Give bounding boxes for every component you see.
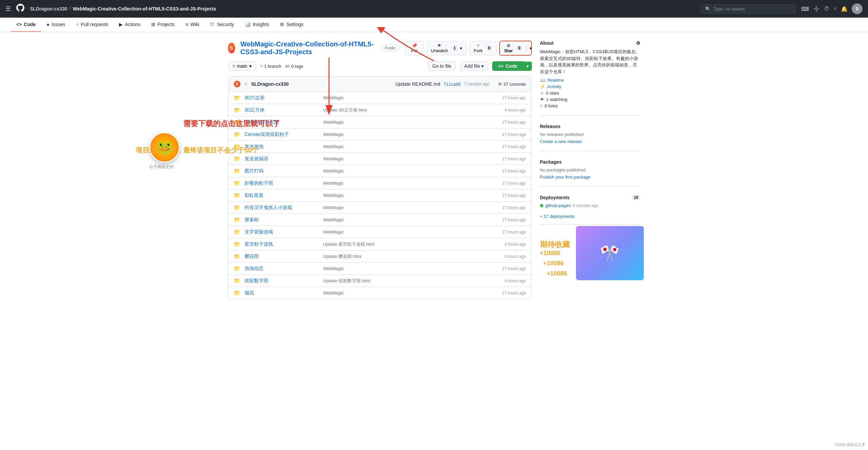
file-commit-message: WebMagic [323, 132, 498, 137]
goto-file-button[interactable]: Go to file [428, 61, 456, 71]
file-commit-message: WebMagic [323, 229, 498, 234]
file-commit-message: WebMagic [323, 95, 498, 100]
branches-link[interactable]: ⑂ 1 branch [260, 64, 282, 69]
fork-icon[interactable]: ⑂ [833, 6, 837, 12]
tab-issues[interactable]: ● Issues [41, 18, 71, 32]
table-row: 📁 3D翻转登录页面 WebMagic 17 hours ago [228, 116, 532, 128]
file-commit-message: WebMagic [323, 120, 498, 125]
file-commit-message: WebMagic [323, 181, 498, 186]
tab-pull-requests[interactable]: ⑂ Pull requests [71, 18, 114, 32]
no-releases-text: No releases published [540, 132, 640, 137]
repo-nav: <> Code ● Issues ⑂ Pull requests ▶ Actio… [0, 18, 868, 32]
breadcrumb-user[interactable]: SLDragon-cx330 [30, 6, 67, 12]
watching-stat: 👁 1 watching [540, 97, 640, 102]
tags-link[interactable]: 🏷 0 tags [285, 64, 303, 69]
file-rows: 📁 3D六边形 WebMagic 17 hours ago 📁 3D正方体 Up… [228, 92, 532, 299]
history-icon2: ⟳ [498, 82, 502, 87]
branch-bar: ⑂ main ▾ ⑂ 1 branch 🏷 0 tags Go to file … [228, 61, 532, 71]
plus-icon[interactable]: ➕ [813, 6, 820, 12]
source-text: 右手螺旋定则 [149, 164, 180, 170]
commit-header: S ✓ SLDragon-cx330 Update README.md 711c… [228, 77, 532, 92]
actions-icon: ▶ [119, 22, 123, 27]
file-name: 彩虹星星 [245, 192, 319, 199]
file-time: 17 hours ago [502, 96, 526, 100]
create-release-link[interactable]: Create a new release [540, 139, 640, 144]
github-logo[interactable] [16, 4, 24, 14]
file-commit-message: WebMagic [323, 217, 498, 222]
file-time: 4 hours ago [504, 279, 526, 283]
hamburger-icon[interactable]: ☰ [5, 5, 11, 13]
code-dropdown-button[interactable]: ▾ [523, 62, 532, 71]
file-time: 17 hours ago [502, 218, 526, 222]
more-deployments-link[interactable]: + 17 deployments [540, 214, 575, 219]
deployments-section: Deployments 18 github-pages 6 minutes ag… [540, 195, 640, 225]
readme-link[interactable]: 📖 Readme [540, 78, 640, 83]
deploy-name[interactable]: github-pages [545, 203, 571, 208]
tab-code[interactable]: <> Code [11, 18, 41, 32]
commits-count[interactable]: ⟳ 37 commits [498, 82, 526, 87]
add-file-button[interactable]: Add file ▾ [460, 61, 488, 71]
commit-message: Update README.md [395, 81, 440, 87]
tab-insights[interactable]: 📊 Insights [239, 18, 274, 32]
avatar[interactable]: S [852, 3, 863, 14]
breadcrumb-repo[interactable]: WebMagic-Creative-Collection-of-HTML5-CS… [73, 6, 216, 12]
tab-settings[interactable]: ⚙ Settings [274, 18, 309, 32]
file-name: 好看的粒子雨 [245, 180, 319, 186]
fork-button[interactable]: ⑂ Fork 0 [469, 41, 497, 55]
folder-icon: 📁 [234, 229, 240, 235]
history-icon[interactable]: ⏱ [824, 6, 829, 12]
folder-icon: 📁 [234, 131, 240, 138]
star-button[interactable]: ☆ Star 0 [500, 41, 526, 55]
commit-hash[interactable]: 711ca88 [444, 82, 461, 87]
file-name: 文字冒险游戏 [245, 229, 319, 235]
terminal-icon[interactable]: ⌨ [801, 6, 809, 12]
wiki-icon: ≡ [186, 22, 188, 27]
activity-link[interactable]: ⚡ Activity [540, 84, 640, 89]
file-name: 星空粒子连线 [245, 241, 319, 247]
file-time: 17 hours ago [502, 205, 526, 210]
about-section: About ⚙ WebMagic：创意HTML5、CSS3和JS项目的集合。探索… [540, 40, 640, 116]
folder-icon: 📁 [234, 253, 240, 260]
repo-full-name[interactable]: WebMagic-Creative-Collection-of-HTML5-CS… [240, 40, 375, 56]
tab-actions[interactable]: ▶ Actions [114, 18, 146, 32]
projects-icon: ⊞ [151, 22, 155, 27]
table-row: 📁 好看的粒子雨 WebMagic 17 hours ago [228, 177, 532, 189]
fork-small-icon: ⑂ [260, 64, 263, 69]
bell-icon[interactable]: 🔔 [841, 6, 848, 12]
file-time: 17 hours ago [502, 181, 526, 186]
file-time: 17 hours ago [502, 144, 526, 149]
breadcrumb: SLDragon-cx330 / WebMagic-Creative-Colle… [30, 6, 216, 12]
code-main-button[interactable]: <> Code [492, 61, 523, 71]
tab-wiki[interactable]: ≡ Wiki [180, 18, 205, 32]
table-row: 📁 星空粒子连线 Update 星空粒子连线.html 4 hours ago [228, 238, 532, 250]
navbar: ☰ SLDragon-cx330 / WebMagic-Creative-Col… [0, 0, 868, 18]
table-row: 📁 文字冒险游戏 WebMagic 17 hours ago [228, 226, 532, 238]
deployments-title: Deployments 18 [540, 195, 640, 200]
table-row: 📁 泡泡动态 WebMagic 17 hours ago [228, 263, 532, 275]
packages-title: Packages [540, 159, 640, 165]
search-icon: 🔍 [705, 6, 711, 12]
file-time: 17 hours ago [502, 120, 526, 125]
watch-button[interactable]: 👁 Unwatch 1 ▾ [427, 41, 467, 55]
about-gear-icon[interactable]: ⚙ [636, 40, 640, 46]
publish-package-link[interactable]: Publish your first package [540, 175, 640, 180]
file-commit-message: WebMagic [323, 156, 498, 161]
breadcrumb-sep: / [69, 6, 71, 12]
tab-security[interactable]: 🛡 Security [205, 18, 239, 32]
search-box[interactable]: 🔍 Type / to search [701, 4, 796, 14]
main-container: S WebMagic-Creative-Collection-of-HTML5-… [217, 40, 651, 299]
pin-button[interactable]: 📌 Pin [405, 41, 424, 55]
file-name: 发光泡泡 [245, 144, 319, 150]
readme-icon: 📖 [540, 78, 545, 83]
star-dropdown[interactable]: ▾ [526, 44, 532, 53]
table-row: 📁 Canvas实现炫彩粒子 WebMagic 17 hours ago [228, 128, 532, 141]
tag-icon: 🏷 [285, 64, 290, 69]
about-description: WebMagic：创意HTML5、CSS3和JS项目的集合。探索交互式的3D旋转… [540, 48, 640, 75]
file-commit-message: Update 星空粒子连线.html [323, 241, 501, 247]
folder-icon: 📁 [234, 192, 240, 199]
search-placeholder: Type / to search [713, 6, 745, 12]
branch-selector[interactable]: ⑂ main ▾ [228, 61, 256, 71]
tab-projects[interactable]: ⊞ Projects [146, 18, 180, 32]
file-name: 3D翻转登录页面 [245, 119, 319, 125]
repo-content: S WebMagic-Creative-Collection-of-HTML5-… [228, 40, 532, 299]
